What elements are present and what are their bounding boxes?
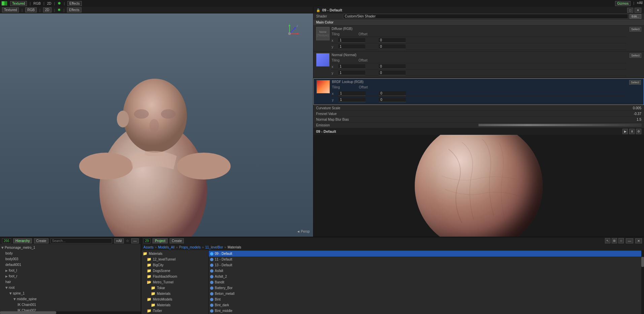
settings-preview-btn[interactable]: ⚙: [636, 129, 641, 134]
tree-spine1[interactable]: ▶ spine_1: [0, 290, 141, 296]
shader-input[interactable]: [343, 14, 628, 19]
brdf-tiling-x[interactable]: [339, 91, 366, 96]
file-bint[interactable]: Bint: [209, 297, 641, 302]
2d-btn[interactable]: 2D: [43, 7, 52, 12]
offset-lbl3: Offset: [359, 85, 379, 89]
file-beton[interactable]: Beton_metall: [209, 291, 641, 297]
file-asfalt2[interactable]: Asfalt_2: [209, 274, 641, 279]
breadcrumb-level[interactable]: 11_levelBor: [205, 245, 223, 249]
project-collapse-btn[interactable]: —: [626, 238, 633, 243]
hierarchy-collapse-btn[interactable]: —: [131, 238, 139, 243]
project-tab[interactable]: Project: [152, 238, 168, 243]
edit-shader-btn[interactable]: Edit...: [630, 14, 641, 19]
textured-btn[interactable]: Textured: [10, 1, 27, 6]
hierarchy-tab[interactable]: Hierarchy: [13, 238, 32, 243]
folder-materials-metro[interactable]: 📁 Materials: [141, 291, 208, 297]
breadcrumb-materials: Materials: [228, 245, 241, 249]
file-asfalt[interactable]: Asfalt: [209, 268, 641, 274]
folder-tokar[interactable]: 📁 Tokar: [141, 285, 208, 291]
close-inspector-btn[interactable]: ✕: [635, 8, 641, 13]
normal-tiling-x[interactable]: [338, 64, 365, 69]
normal-offset-x[interactable]: [379, 64, 406, 69]
tree-foot-r[interactable]: ▶ foot_r: [0, 273, 141, 279]
project-panel: 29 Project Create ↖ ⊞ ☆ — ✕ Assets » Mod…: [141, 237, 644, 314]
folder-materials-mm[interactable]: 📁 Materials: [141, 302, 208, 308]
textured-mode-btn[interactable]: Textured: [2, 7, 19, 12]
breadcrumb-sep4: »: [224, 245, 226, 249]
rgb-btn[interactable]: RGB: [25, 7, 37, 12]
brdf-offset-y[interactable]: [379, 97, 406, 102]
folder-icon-dogs: 📁: [147, 269, 151, 273]
file-battery[interactable]: Battery_Bor: [209, 285, 641, 291]
diffuse-tiling-y[interactable]: [338, 44, 365, 49]
pause-preview-btn[interactable]: ⏸: [629, 129, 635, 134]
folder-dogs[interactable]: 📁 DogsScene: [141, 268, 208, 274]
hierarchy-create-btn[interactable]: Create: [34, 238, 48, 243]
project-num: 29: [143, 238, 150, 243]
brdf-texture-info: BRDF Lookup (RGB) Tiling Offset x y: [332, 80, 626, 103]
project-icon3[interactable]: ☆: [618, 238, 624, 243]
vp-asterisk: ✱: [58, 8, 61, 12]
diffuse-offset-x[interactable]: [379, 38, 406, 43]
folder-bigcity[interactable]: 📁 BigCity: [141, 262, 208, 268]
file-icon-bint: [210, 298, 213, 301]
viewport-canvas[interactable]: Y X Z: [0, 13, 313, 237]
breadcrumb-assets[interactable]: Assets: [143, 245, 154, 249]
hierarchy-search[interactable]: [50, 238, 112, 243]
file-icon-13default: [210, 264, 213, 267]
tree-ik-chain002[interactable]: IK Chain002: [0, 308, 141, 311]
project-icon1[interactable]: ↖: [605, 238, 610, 243]
project-create-btn[interactable]: Create: [170, 238, 184, 243]
project-scrollbar[interactable]: [641, 250, 644, 314]
file-label-battery: Battery_Bor: [215, 286, 233, 290]
file-bandit[interactable]: Bandit: [209, 279, 641, 285]
maximize-btn[interactable]: □: [627, 8, 633, 13]
folder-metromodels[interactable]: 📁 MetroModels: [141, 297, 208, 302]
tree-middle-spine[interactable]: ▶ middle_spine: [0, 296, 141, 302]
effects-mode-btn[interactable]: Effects: [67, 7, 81, 12]
file-13default[interactable]: 13 - Default: [209, 262, 641, 268]
diffuse-tiling-x[interactable]: [338, 38, 365, 43]
normal-select-btn[interactable]: Select: [630, 53, 641, 58]
label-ik-chain002: IK Chain002: [18, 309, 36, 311]
folder-pobeg[interactable]: 📁 Побег: [141, 308, 208, 314]
folder-label-flashback: FlashbackRoom: [153, 275, 177, 278]
tree-foot-l[interactable]: ▶ foot_l: [0, 268, 141, 273]
tree-hair[interactable]: hair: [0, 279, 141, 285]
diffuse-offset-y[interactable]: [379, 44, 406, 49]
tree-body[interactable]: body: [0, 250, 141, 256]
project-close-btn[interactable]: ✕: [635, 238, 642, 243]
brdf-thumb-container: [316, 80, 330, 93]
tree-ik-chain001[interactable]: IK Chain001: [0, 302, 141, 308]
tree-personage[interactable]: ▶ Personage_metro_1: [0, 245, 141, 250]
tree-root[interactable]: ▶ root: [0, 285, 141, 290]
brdf-y-row: y: [332, 97, 626, 103]
file-bint-middle[interactable]: Bint_middle: [209, 308, 641, 314]
brdf-offset-x[interactable]: [379, 91, 406, 96]
normal-offset-y[interactable]: [379, 71, 406, 75]
hierarchy-all-btn[interactable]: ≡All: [114, 238, 124, 243]
file-09default[interactable]: 09 - Default: [209, 251, 641, 257]
folder-materials-root[interactable]: 📁 Materials: [141, 251, 208, 257]
arrow-foot-l: ▶: [5, 269, 8, 272]
effects-btn[interactable]: Effects: [67, 1, 81, 6]
breadcrumb-models[interactable]: Models_All: [158, 245, 175, 249]
folder-metro[interactable]: 📂 Metro_Tunnel: [141, 279, 208, 285]
breadcrumb-props[interactable]: Props_models: [179, 245, 201, 249]
shader-label: Shader: [316, 14, 343, 18]
brdf-tiling-y[interactable]: [339, 97, 366, 102]
folder-flashback[interactable]: 📁 FlashbackRoom: [141, 274, 208, 279]
folder-12level[interactable]: 📁 12_levelTunnel: [141, 257, 208, 262]
file-11default[interactable]: 11 - Default: [209, 257, 641, 262]
diffuse-select-btn[interactable]: Select: [630, 27, 641, 32]
project-icon2[interactable]: ⊞: [612, 238, 617, 243]
brdf-select-btn[interactable]: Select: [629, 80, 641, 85]
gizmos-btn[interactable]: Gizmos: [615, 1, 631, 6]
tree-default001[interactable]: default001: [0, 262, 141, 268]
play-preview-btn[interactable]: ▶: [622, 129, 628, 134]
file-bint-dark[interactable]: Bint_dark: [209, 302, 641, 308]
hierarchy-scrollbar-h[interactable]: [0, 311, 141, 314]
tree-body003[interactable]: body003: [0, 256, 141, 262]
hierarchy-star-icon[interactable]: ☆: [126, 239, 129, 243]
normal-tiling-y[interactable]: [338, 71, 365, 75]
